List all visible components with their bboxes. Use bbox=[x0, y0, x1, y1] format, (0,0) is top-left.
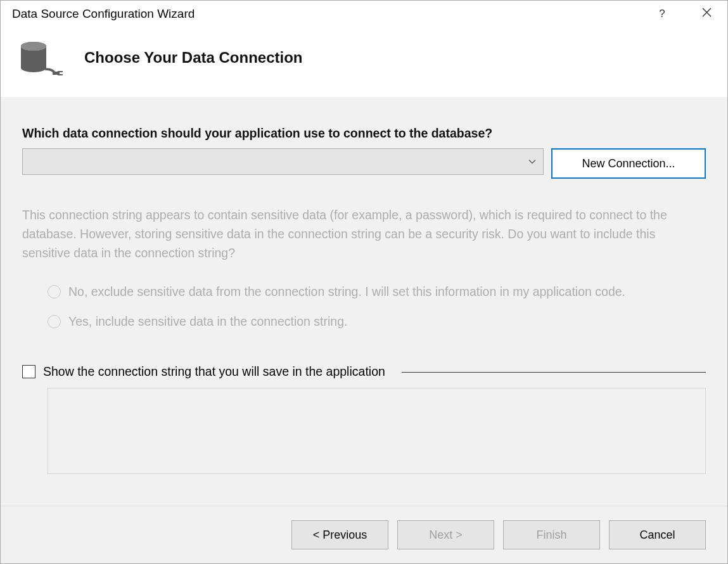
svg-rect-3 bbox=[58, 71, 60, 75]
cancel-button[interactable]: Cancel bbox=[609, 520, 706, 549]
radio-include-sensitive: Yes, include sensitive data in the conne… bbox=[48, 314, 706, 329]
radio-exclude-label: No, exclude sensitive data from the conn… bbox=[68, 285, 625, 299]
radio-icon bbox=[48, 315, 61, 328]
previous-button[interactable]: < Previous bbox=[291, 520, 388, 549]
titlebar-controls: ? bbox=[653, 8, 716, 20]
close-button[interactable] bbox=[697, 8, 716, 20]
wizard-header: Choose Your Data Connection bbox=[1, 27, 727, 97]
sensitive-data-info: This connection string appears to contai… bbox=[22, 205, 706, 263]
radio-icon bbox=[48, 285, 61, 298]
new-connection-button[interactable]: New Connection... bbox=[551, 148, 706, 179]
show-connection-string-label: Show the connection string that you will… bbox=[43, 364, 385, 379]
wizard-content: Which data connection should your applic… bbox=[1, 97, 727, 506]
database-icon bbox=[17, 40, 64, 79]
svg-point-1 bbox=[21, 42, 46, 51]
radio-exclude-sensitive: No, exclude sensitive data from the conn… bbox=[48, 285, 706, 299]
sensitive-data-radio-group: No, exclude sensitive data from the conn… bbox=[22, 285, 706, 344]
help-button[interactable]: ? bbox=[653, 8, 672, 20]
show-connection-string-row: Show the connection string that you will… bbox=[22, 364, 706, 379]
next-button[interactable]: Next > bbox=[397, 520, 494, 549]
connection-question: Which data connection should your applic… bbox=[22, 126, 706, 141]
connection-dropdown[interactable] bbox=[22, 148, 544, 175]
finish-button[interactable]: Finish bbox=[503, 520, 600, 549]
show-connection-string-checkbox[interactable] bbox=[22, 365, 35, 378]
radio-include-label: Yes, include sensitive data in the conne… bbox=[68, 314, 347, 329]
divider-line bbox=[402, 372, 706, 373]
connection-string-display bbox=[48, 388, 706, 474]
chevron-down-icon bbox=[528, 157, 537, 167]
window-title: Data Source Configuration Wizard bbox=[12, 7, 653, 21]
connection-row: New Connection... bbox=[22, 148, 706, 179]
wizard-button-bar: < Previous Next > Finish Cancel bbox=[1, 506, 727, 563]
close-icon bbox=[702, 8, 712, 20]
page-title: Choose Your Data Connection bbox=[84, 49, 302, 67]
svg-rect-2 bbox=[53, 72, 58, 75]
titlebar: Data Source Configuration Wizard ? bbox=[1, 1, 727, 27]
